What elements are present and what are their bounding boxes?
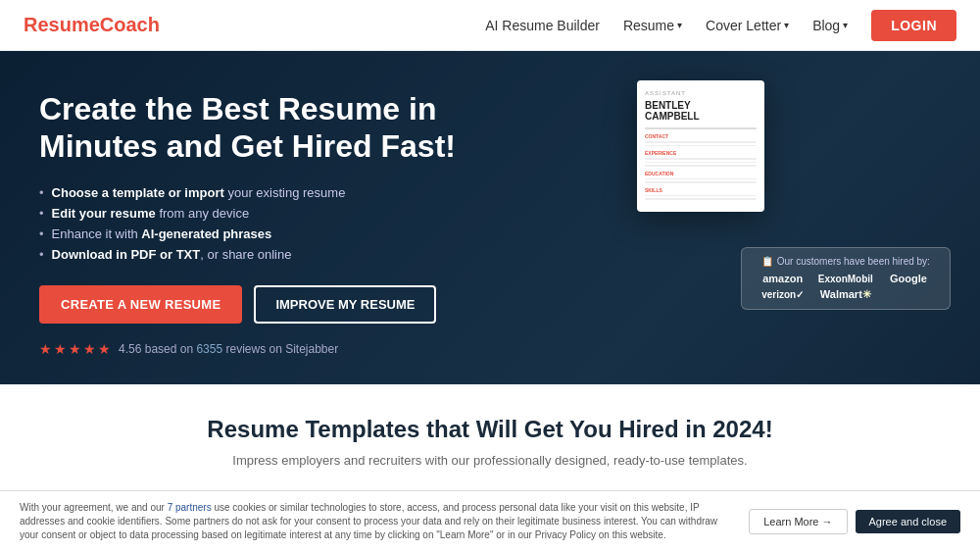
agree-close-button[interactable]: Agree and close: [856, 510, 961, 533]
nav-blog[interactable]: Blog ▾: [812, 18, 848, 33]
hired-by-section: 📋 Our customers have been hired by: amaz…: [741, 247, 951, 310]
bullet-1: Choose a template or import your existin…: [39, 185, 490, 200]
card-divider: [645, 127, 757, 129]
chevron-down-icon: ▾: [677, 20, 682, 30]
hero-content: Create the Best Resume in Minutes and Ge…: [0, 51, 529, 357]
hero-resume-card: ASSISTANT BENTLEY CAMPBELL Contact Exper…: [637, 80, 764, 212]
login-button[interactable]: LOGIN: [871, 10, 956, 41]
star-2: ★: [54, 341, 67, 357]
improve-resume-button[interactable]: IMPROVE MY RESUME: [254, 285, 436, 324]
amazon-logo: amazon: [756, 273, 810, 284]
exxonmobil-logo: ExxonMobil: [818, 274, 873, 284]
cookie-text: With your agreement, we and our 7 partne…: [20, 501, 733, 542]
templates-subtitle: Impress employers and recruiters with ou…: [24, 453, 956, 468]
create-resume-button[interactable]: CREATE A NEW RESUME: [39, 285, 242, 324]
nav-links: AI Resume Builder Resume ▾ Cover Letter …: [485, 10, 956, 41]
google-logo: Google: [881, 273, 936, 284]
learn-more-button[interactable]: Learn More →: [749, 509, 847, 534]
nav-resume[interactable]: Resume ▾: [623, 18, 682, 33]
bullet-4: Download in PDF or TXT, or share online: [39, 247, 490, 262]
bullet-2: Edit your resume from any device: [39, 206, 490, 221]
hero-buttons: CREATE A NEW RESUME IMPROVE MY RESUME: [39, 285, 490, 324]
chevron-down-icon: ▾: [843, 20, 848, 30]
star-1: ★: [39, 341, 52, 357]
bullet-3: Enhance it with AI-generated phrases: [39, 226, 490, 241]
hero-rating: ★ ★ ★ ★ ★ 4.56 based on 6355 reviews on …: [39, 341, 490, 357]
navbar: ResumeCoach AI Resume Builder Resume ▾ C…: [0, 0, 980, 51]
rating-count-link[interactable]: 6355: [196, 342, 222, 356]
walmart-logo: Walmart✳: [818, 288, 873, 301]
hired-by-label: 📋 Our customers have been hired by:: [756, 256, 936, 267]
star-rating: ★ ★ ★ ★ ★: [39, 341, 111, 357]
logo-second: Coach: [100, 14, 160, 35]
cookie-banner: With your agreement, we and our 7 partne…: [0, 490, 980, 552]
star-3: ★: [69, 341, 81, 357]
hero-title: Create the Best Resume in Minutes and Ge…: [39, 90, 490, 166]
card-label: ASSISTANT: [645, 90, 757, 96]
logo[interactable]: ResumeCoach: [24, 14, 160, 36]
card-name: BENTLEY CAMPBELL: [645, 100, 757, 122]
rating-text: 4.56 based on 6355 reviews on Sitejabber: [119, 342, 338, 356]
hero-bullets: Choose a template or import your existin…: [39, 185, 490, 262]
star-5: ★: [98, 341, 111, 357]
partners-link[interactable]: 7 partners: [168, 502, 212, 513]
star-4: ★: [83, 341, 96, 357]
hero-section: Create the Best Resume in Minutes and Ge…: [0, 51, 980, 384]
nav-cover-letter[interactable]: Cover Letter ▾: [706, 18, 789, 33]
chevron-down-icon: ▾: [784, 20, 789, 30]
verizon-logo: verizon✓: [756, 289, 810, 300]
templates-title: Resume Templates that Will Get You Hired…: [24, 416, 956, 443]
logo-first: Resume: [24, 14, 100, 35]
cookie-buttons: Learn More → Agree and close: [749, 509, 960, 534]
nav-ai-resume-builder[interactable]: AI Resume Builder: [485, 18, 600, 33]
hired-by-logos: amazon ExxonMobil Google verizon✓ Walmar…: [756, 273, 936, 301]
